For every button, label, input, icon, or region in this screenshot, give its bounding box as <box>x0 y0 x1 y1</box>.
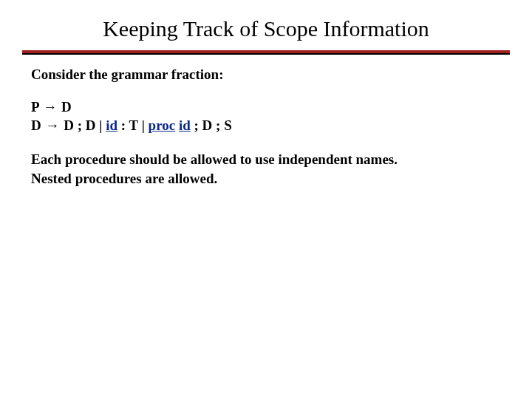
grammar-block: P → D D → D ; D | id : T | proc id ; D ;… <box>31 98 501 135</box>
slide-body: Consider the grammar fraction: P → D D →… <box>0 55 532 188</box>
explanation-line: Each procedure should be allowed to use … <box>31 150 501 169</box>
slide: Keeping Track of Scope Information Consi… <box>0 0 532 399</box>
arrow-icon: → <box>44 117 60 133</box>
grammar-rhs: D <box>61 99 72 115</box>
arrow-icon: → <box>42 99 58 115</box>
grammar-seg: : T | <box>117 117 149 133</box>
explanation-block: Each procedure should be allowed to use … <box>31 150 501 188</box>
grammar-line-2: D → D ; D | id : T | proc id ; D ; S <box>31 116 501 135</box>
intro-text: Consider the grammar fraction: <box>31 65 501 84</box>
grammar-lhs: D <box>31 117 41 133</box>
grammar-seg: D ; D | <box>64 117 106 133</box>
explanation-line: Nested procedures are allowed. <box>31 169 501 188</box>
grammar-lhs: P <box>31 99 39 115</box>
keyword-proc: proc <box>149 117 176 133</box>
slide-title: Keeping Track of Scope Information <box>0 0 532 50</box>
grammar-line-1: P → D <box>31 98 501 117</box>
keyword-id: id <box>106 117 117 133</box>
grammar-seg: ; D ; S <box>191 117 232 133</box>
keyword-id: id <box>179 117 191 133</box>
